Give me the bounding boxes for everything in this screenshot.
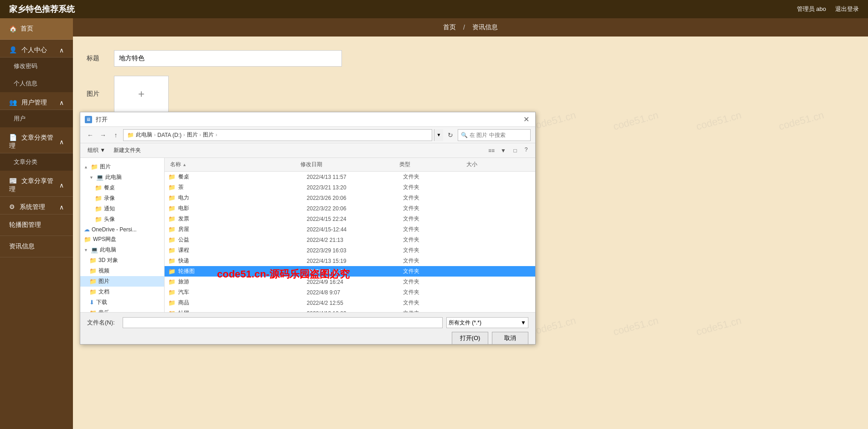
image-upload-box[interactable]: +: [114, 76, 169, 112]
folder-icon: 📁: [91, 163, 98, 170]
file-row[interactable]: 📁 房屋 2022/4/15-12:44 文件夹: [165, 224, 535, 235]
view-list-button[interactable]: ≡≡: [486, 145, 497, 156]
tree-item-video[interactable]: 📁 视频: [80, 266, 164, 276]
tree-item-onedrive[interactable]: ☁ OneDrive - Persi...: [80, 225, 164, 234]
organize-button[interactable]: 组织 ▼: [85, 146, 108, 155]
cancel-button[interactable]: 取消: [492, 332, 528, 345]
folder-icon-row: 📁: [168, 173, 176, 180]
file-row[interactable]: 📁 发票 2022/4/15 22:24 文件夹: [165, 214, 535, 224]
file-row[interactable]: 📁 电影 2022/3/22 20:06 文件夹: [165, 203, 535, 214]
tree-label-wps: WPS网盘: [93, 235, 116, 243]
folder-icon-row: 📁: [168, 194, 176, 201]
admin-label: 管理员 abo: [797, 5, 826, 13]
sidebar-label-article: 📄 文章分类管理: [9, 134, 59, 150]
tree-item-tongzhi[interactable]: 📁 通知: [80, 204, 164, 214]
sidebar-user-sub: 用户: [0, 110, 73, 127]
sidebar-item-personal-center[interactable]: 👤 个人中心 ∧: [0, 40, 73, 58]
footer-btns-row: 打开(O) 取消: [87, 332, 528, 345]
tree-item-pictures[interactable]: 📁 图片: [80, 276, 164, 287]
folder-icon-c: 📁: [95, 184, 102, 191]
sidebar-item-personal-info[interactable]: 个人信息: [0, 75, 73, 92]
tree-item-downloads[interactable]: ⬇ 下载: [80, 297, 164, 308]
new-folder-button[interactable]: 新建文件夹: [110, 146, 145, 155]
filetype-label: 所有文件 (*.*): [449, 319, 481, 327]
path-bar: 📁 此电脑 › DATA (D:) › 图片 › 图片 ›: [123, 129, 432, 141]
back-button[interactable]: ←: [85, 130, 96, 141]
file-row[interactable]: 📁 社团 2022/4/13 19:02 文件夹: [165, 308, 535, 312]
tree-item-docs[interactable]: 📁 文档: [80, 287, 164, 297]
file-row[interactable]: 📁 公益 2022/4/2 21:13 文件夹: [165, 235, 535, 245]
person-icon: 👤: [9, 46, 17, 53]
title-label: 标题: [87, 54, 114, 63]
help-button[interactable]: ?: [522, 145, 531, 154]
col-type[interactable]: 类型: [398, 160, 465, 169]
file-row[interactable]: 📁 汽车 2022/4/8 9:07 文件夹: [165, 287, 535, 298]
folder-icon-docs: 📁: [89, 288, 97, 295]
dialog-organize-toolbar: 组织 ▼ 新建文件夹 ≡≡ ▼ □ ?: [80, 143, 535, 158]
chevron-icon: ∧: [59, 47, 64, 54]
tree-item-wps[interactable]: 📁 WPS网盘: [80, 234, 164, 245]
path-part4: 图片: [203, 131, 214, 139]
sidebar-item-banner-mgmt[interactable]: 轮播图管理: [0, 214, 73, 236]
title-form-row: 标题: [87, 50, 854, 67]
path-part1: 此电脑: [136, 131, 152, 139]
file-row[interactable]: 📁 商品 2022/4/2 12:55 文件夹: [165, 298, 535, 308]
chevron-icon-system: ∧: [59, 204, 64, 211]
tree-item-3d[interactable]: 📁 3D 对象: [80, 255, 164, 266]
folder-icon-row: 📁: [168, 247, 176, 254]
title-input[interactable]: [114, 50, 342, 67]
footer-filename-input[interactable]: [123, 317, 443, 328]
file-row[interactable]: 📁 电力 2022/3/26 20:06 文件夹: [165, 193, 535, 203]
file-list-header: 名称 ▲ 修改日期 类型 大小: [165, 158, 535, 172]
tree-item-this-pc[interactable]: ▼ 💻 此电脑: [80, 245, 164, 255]
sidebar-item-article-share[interactable]: 📰 文章分享管理 ∧: [0, 171, 73, 197]
tree-label-3d: 3D 对象: [98, 256, 118, 264]
view-tile-button[interactable]: □: [510, 145, 521, 156]
refresh-button[interactable]: ↻: [445, 130, 456, 141]
dialog-title-icon: 🖥: [85, 116, 92, 123]
tree-label-canzuo: 餐桌: [104, 184, 115, 192]
forward-button[interactable]: →: [98, 130, 108, 141]
tree-item-music[interactable]: 📁 音乐: [80, 308, 164, 312]
tree-label-pc: 此电脑: [105, 173, 122, 181]
expand-icon-pc: ▼: [89, 175, 93, 180]
sort-arrow: ▲: [182, 162, 186, 167]
breadcrumb-home[interactable]: 首页: [443, 23, 456, 31]
search-input[interactable]: [470, 132, 515, 138]
tree-item-touxiang[interactable]: 📁 头像: [80, 214, 164, 225]
file-row[interactable]: 📁 茶 2022/3/21 13:20 文件夹: [165, 182, 535, 193]
file-row[interactable]: 📁 餐桌 2022/4/13 11:57 文件夹: [165, 172, 535, 182]
col-name[interactable]: 名称 ▲: [168, 160, 299, 169]
dialog-close-button[interactable]: ✕: [522, 115, 531, 124]
file-row[interactable]: 📁 课程 2022/3/29 16:03 文件夹: [165, 245, 535, 256]
folder-icon-tx: 📁: [95, 216, 102, 223]
tree-item-pc[interactable]: ▼ 💻 此电脑: [80, 172, 164, 183]
file-row[interactable]: 📁 快递 2022/4/13 15:19 文件夹: [165, 256, 535, 266]
sidebar-item-news-info[interactable]: 资讯信息: [0, 236, 73, 257]
sidebar-label-system: ⚙ 系统管理: [9, 203, 45, 211]
dialog-titlebar: 🖥 打开 ✕: [80, 112, 535, 127]
file-row[interactable]: 📁 旅游 2022/4/9 16:24 文件夹: [165, 277, 535, 287]
path-dropdown-button[interactable]: ▼: [434, 129, 443, 141]
sidebar-item-home[interactable]: 🏠 首页: [0, 18, 73, 40]
sidebar-item-system-mgmt[interactable]: ⚙ 系统管理 ∧: [0, 197, 73, 214]
folder-icon-l: 📁: [95, 195, 102, 202]
logout-link[interactable]: 退出登录: [835, 5, 859, 13]
sidebar-item-change-password[interactable]: 修改密码: [0, 58, 73, 75]
footer-filetype-select[interactable]: 所有文件 (*.*) ▼: [446, 317, 528, 328]
tree-item-canzuo[interactable]: 📁 餐桌: [80, 183, 164, 193]
tree-item-pictures-top[interactable]: ▲ 📁 图片: [80, 162, 164, 172]
sidebar-item-user[interactable]: 用户: [0, 110, 73, 127]
view-dropdown-button[interactable]: ▼: [498, 145, 509, 156]
file-row-selected[interactable]: 📁 轮播图 2022/3/21 11:15 文件夹: [165, 266, 535, 277]
tree-item-luxiang[interactable]: 📁 录像: [80, 193, 164, 204]
sidebar-item-article-category-sub[interactable]: 文章分类: [0, 153, 73, 171]
col-date[interactable]: 修改日期: [299, 160, 398, 169]
up-button[interactable]: ↑: [110, 130, 121, 141]
image-form-row: 图片 +: [87, 76, 854, 112]
sidebar-item-article-category[interactable]: 📄 文章分类管理 ∧: [0, 127, 73, 153]
open-button[interactable]: 打开(O): [452, 332, 488, 345]
sidebar-item-user-mgmt[interactable]: 👥 用户管理 ∧: [0, 92, 73, 110]
col-size[interactable]: 大小: [465, 160, 532, 169]
tree-label-pictures: 图片: [98, 277, 109, 285]
